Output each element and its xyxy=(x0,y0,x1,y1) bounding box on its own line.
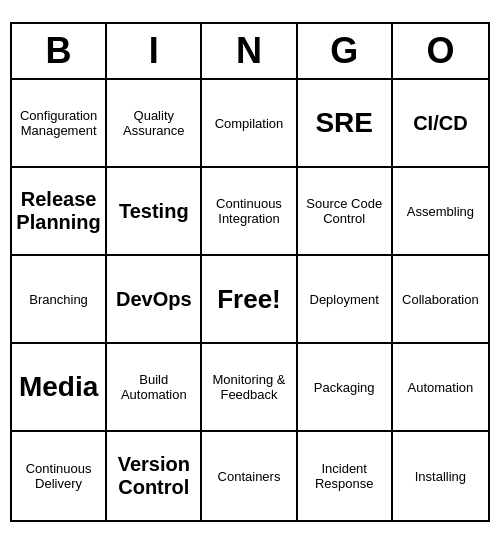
bingo-cell: Deployment xyxy=(298,256,393,344)
bingo-cell: Quality Assurance xyxy=(107,80,202,168)
bingo-cell: Continuous Integration xyxy=(202,168,297,256)
bingo-cell: SRE xyxy=(298,80,393,168)
bingo-cell: Incident Response xyxy=(298,432,393,520)
bingo-cell: DevOps xyxy=(107,256,202,344)
bingo-cell: Configuration Management xyxy=(12,80,107,168)
bingo-cell: Testing xyxy=(107,168,202,256)
bingo-cell: Version Control xyxy=(107,432,202,520)
bingo-cell: Installing xyxy=(393,432,488,520)
bingo-cell: Branching xyxy=(12,256,107,344)
bingo-cell: Containers xyxy=(202,432,297,520)
bingo-cell: Compilation xyxy=(202,80,297,168)
bingo-cell: Media xyxy=(12,344,107,432)
bingo-cell: CI/CD xyxy=(393,80,488,168)
bingo-cell: Release Planning xyxy=(12,168,107,256)
header-letter: B xyxy=(12,24,107,78)
bingo-cell: Collaboration xyxy=(393,256,488,344)
bingo-cell: Free! xyxy=(202,256,297,344)
bingo-cell: Automation xyxy=(393,344,488,432)
bingo-card: BINGO Configuration ManagementQuality As… xyxy=(10,22,490,522)
header-letter: N xyxy=(202,24,297,78)
bingo-header: BINGO xyxy=(12,24,488,80)
bingo-cell: Packaging xyxy=(298,344,393,432)
header-letter: I xyxy=(107,24,202,78)
bingo-cell: Continuous Delivery xyxy=(12,432,107,520)
header-letter: G xyxy=(298,24,393,78)
bingo-cell: Source Code Control xyxy=(298,168,393,256)
header-letter: O xyxy=(393,24,488,78)
bingo-cell: Assembling xyxy=(393,168,488,256)
bingo-cell: Monitoring & Feedback xyxy=(202,344,297,432)
bingo-grid: Configuration ManagementQuality Assuranc… xyxy=(12,80,488,520)
bingo-cell: Build Automation xyxy=(107,344,202,432)
